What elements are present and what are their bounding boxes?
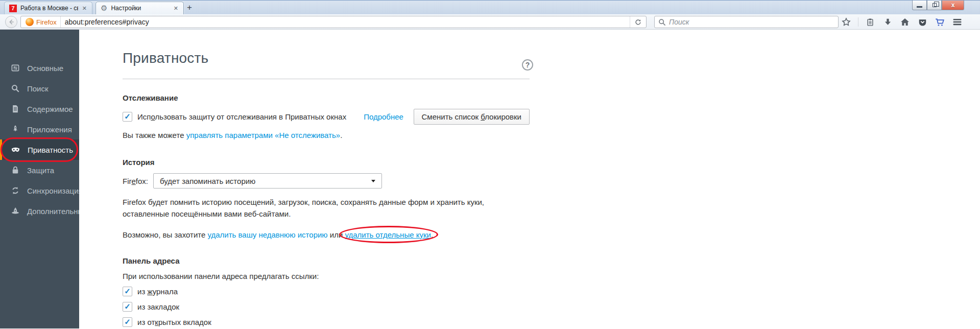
cart-extension-button[interactable]	[934, 16, 945, 28]
sidebar-item-label: Приложения	[27, 125, 72, 134]
minimize-icon	[917, 6, 922, 8]
tracking-protection-checkbox[interactable]: ✓	[123, 112, 132, 122]
restore-button[interactable]	[927, 1, 942, 10]
sidebar-item-privacy[interactable]: Приватность	[0, 139, 79, 160]
restore-icon	[933, 3, 937, 7]
pocket-button[interactable]	[917, 16, 928, 28]
nav-toolbar: Firefox about:preferences#privacy	[0, 14, 980, 30]
shopping-cart-icon	[935, 17, 945, 28]
question-mark-icon: ?	[525, 61, 530, 69]
checkmark-icon: ✓	[124, 302, 131, 310]
back-arrow-icon	[7, 18, 15, 26]
history-mode-value: будет запоминать историю	[160, 177, 371, 185]
search-input[interactable]	[669, 18, 834, 26]
divider	[123, 79, 530, 79]
main-content: ? Приватность Отслеживание ✓ Использоват…	[79, 30, 980, 328]
learn-more-link[interactable]: Подробнее	[364, 112, 403, 121]
firefox-icon	[26, 18, 34, 26]
checkmark-icon: ✓	[124, 318, 131, 325]
section-heading-history: История	[123, 158, 530, 167]
sidebar-item-label: Поиск	[27, 84, 49, 93]
tab-close-icon[interactable]: ✕	[82, 5, 87, 12]
bookmark-star-button[interactable]	[841, 16, 852, 28]
tab-title: Работа в Москве - свежие...	[20, 5, 78, 12]
reload-button[interactable]	[630, 16, 643, 28]
close-button[interactable]: x	[942, 1, 964, 10]
history-description-line1: Firefox будет помнить историю посещений,…	[123, 196, 530, 208]
sidebar-item-label: Приватность	[28, 146, 73, 154]
sidebar: Основные Поиск Содержимое Приложения При…	[0, 30, 79, 328]
home-button[interactable]	[899, 16, 911, 28]
downloads-button[interactable]	[882, 16, 893, 28]
clear-recent-history-link[interactable]: удалить вашу недавнюю историю	[207, 230, 327, 239]
sidebar-item-content[interactable]: Содержимое	[0, 99, 79, 119]
control-panel-icon	[11, 63, 20, 73]
sidebar-item-label: Содержимое	[27, 105, 73, 113]
gear-icon: ⚙	[101, 5, 107, 12]
search-icon	[658, 18, 666, 26]
suggest-bookmarks-checkbox[interactable]: ✓	[123, 302, 132, 312]
section-heading-address-bar: Панель адреса	[123, 256, 530, 265]
sidebar-item-general[interactable]: Основные	[0, 58, 79, 78]
sync-icon	[11, 186, 20, 195]
sidebar-item-advanced[interactable]: Дополнительные	[0, 201, 79, 221]
section-heading-tracking: Отслеживание	[123, 93, 530, 102]
toolbar-buttons	[841, 14, 963, 30]
help-button[interactable]: ?	[522, 59, 533, 70]
back-button[interactable]	[5, 16, 17, 28]
menu-button[interactable]	[951, 16, 963, 28]
lock-icon	[11, 166, 20, 175]
checkmark-icon: ✓	[124, 287, 131, 295]
search-icon	[11, 84, 20, 93]
tab-strip: 7 Работа в Москве - свежие... ✕ ⚙ Настро…	[4, 2, 197, 14]
suggest-open-tabs-checkbox[interactable]: ✓	[123, 317, 132, 327]
sidebar-item-label: Дополнительные	[27, 207, 88, 216]
separator	[858, 17, 858, 27]
document-icon	[11, 104, 20, 113]
firefox-will-label: Firefox:	[123, 177, 148, 185]
tab-title: Настройки	[111, 5, 169, 12]
close-icon: x	[951, 2, 955, 9]
window-controls: x	[912, 1, 964, 10]
suggest-history-checkbox[interactable]: ✓	[123, 287, 132, 296]
suggest-history-label: из журнала	[137, 287, 178, 296]
wizard-hat-icon	[11, 206, 20, 216]
history-mode-select[interactable]: будет запоминать историю	[153, 173, 382, 189]
titlebar: 7 Работа в Москве - свежие... ✕ ⚙ Настро…	[0, 0, 980, 14]
clear-history-line: Возможно, вы захотите удалить вашу недав…	[123, 230, 530, 239]
sidebar-item-applications[interactable]: Приложения	[0, 119, 79, 139]
address-bar-description: При использовании панели адреса предлага…	[123, 272, 530, 280]
minimize-button[interactable]	[912, 1, 927, 10]
change-blocklist-button[interactable]: Сменить список блокировки	[414, 109, 530, 125]
new-tab-button[interactable]: +	[184, 3, 197, 14]
do-not-track-line: Вы также можете управлять параметрами «Н…	[123, 131, 530, 139]
tab-rabota[interactable]: 7 Работа в Москве - свежие... ✕	[4, 2, 92, 14]
history-description-line2: оставленные посещёнными вами веб-сайтами…	[123, 208, 530, 220]
reload-icon	[634, 18, 642, 26]
hamburger-icon	[952, 17, 963, 27]
tab-settings[interactable]: ⚙ Настройки ✕	[95, 2, 184, 14]
sidebar-item-label: Защита	[27, 166, 54, 175]
mask-icon	[11, 145, 20, 155]
tab-favicon: 7	[9, 5, 17, 12]
pocket-icon	[918, 17, 927, 27]
url-text[interactable]: about:preferences#privacy	[61, 18, 630, 26]
preferences-page: Основные Поиск Содержимое Приложения При…	[0, 30, 980, 328]
chevron-down-icon	[371, 180, 375, 182]
site-identity[interactable]: Firefox	[24, 16, 61, 28]
page-title: Приватность	[123, 50, 530, 66]
sidebar-item-security[interactable]: Защита	[0, 160, 79, 180]
home-icon	[900, 17, 910, 27]
bookmarks-menu-button[interactable]	[865, 16, 876, 28]
remove-individual-cookies-link[interactable]: удалить отдельные куки	[345, 230, 431, 239]
sidebar-item-search[interactable]: Поиск	[0, 78, 79, 99]
tab-close-icon[interactable]: ✕	[173, 5, 179, 12]
suggest-open-tabs-label: из открытых вкладок	[137, 318, 211, 326]
manage-dnt-link[interactable]: управлять параметрами «Не отслеживать»	[186, 131, 340, 139]
search-bar[interactable]	[654, 16, 839, 28]
checkmark-icon: ✓	[124, 112, 131, 120]
url-bar[interactable]: Firefox about:preferences#privacy	[20, 16, 647, 28]
sidebar-item-sync[interactable]: Синхронизация	[0, 180, 79, 201]
tracking-protection-label: Использовать защиту от отслеживания в Пр…	[137, 112, 346, 121]
suggest-bookmarks-label: из закладок	[137, 302, 179, 311]
